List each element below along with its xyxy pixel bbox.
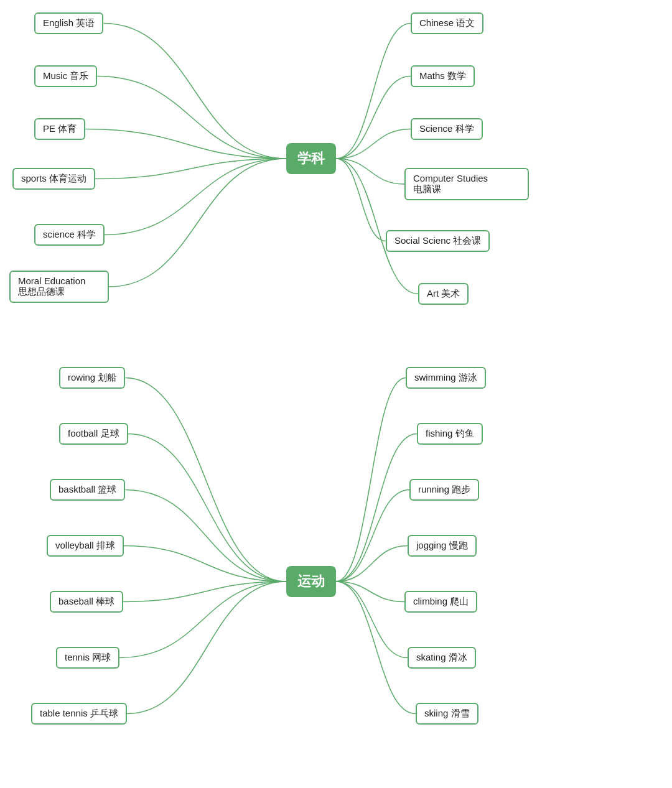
leaf-music: Music 音乐 xyxy=(34,65,97,87)
leaf-volleyball: volleyball 排球 xyxy=(47,535,124,557)
center-node-subjects: 学科 xyxy=(286,143,336,174)
center-node-sports: 运动 xyxy=(286,566,336,597)
leaf-science-left: science 科学 xyxy=(34,224,105,246)
diagram-sports: 运动 rowing 划船 football 足球 basktball 篮球 vo… xyxy=(0,355,672,788)
leaf-skating: skating 滑冰 xyxy=(408,647,476,669)
leaf-chinese: Chinese 语文 xyxy=(411,12,483,34)
leaf-skiing: skiing 滑雪 xyxy=(416,703,478,725)
diagram-subjects: 学科 English 英语 Music 音乐 PE 体育 sports 体育运动… xyxy=(0,0,672,348)
leaf-pe: PE 体育 xyxy=(34,118,85,140)
leaf-science-right: Science 科学 xyxy=(411,118,483,140)
leaf-computer-studies: Computer Studies电脑课 xyxy=(404,168,529,200)
leaf-tennis: tennis 网球 xyxy=(56,647,119,669)
full-diagram: 学科 English 英语 Music 音乐 PE 体育 sports 体育运动… xyxy=(0,0,672,788)
leaf-maths: Maths 数学 xyxy=(411,65,475,87)
leaf-rowing: rowing 划船 xyxy=(59,367,125,389)
leaf-table-tennis: table tennis 乒乓球 xyxy=(31,703,127,725)
leaf-basketball: basktball 篮球 xyxy=(50,479,125,501)
leaf-baseball: baseball 棒球 xyxy=(50,591,123,613)
leaf-sports: sports 体育运动 xyxy=(12,168,95,190)
leaf-jogging: jogging 慢跑 xyxy=(408,535,477,557)
leaf-english: English 英语 xyxy=(34,12,103,34)
leaf-social-science: Social Scienc 社会课 xyxy=(386,230,490,252)
leaf-football: football 足球 xyxy=(59,423,128,445)
leaf-moral-education: Moral Education思想品德课 xyxy=(9,271,109,303)
leaf-swimming: swimming 游泳 xyxy=(406,367,486,389)
leaf-running: running 跑步 xyxy=(409,479,479,501)
leaf-art: Art 美术 xyxy=(418,283,469,305)
leaf-fishing: fishing 钓鱼 xyxy=(417,423,483,445)
leaf-climbing: climbing 爬山 xyxy=(404,591,477,613)
